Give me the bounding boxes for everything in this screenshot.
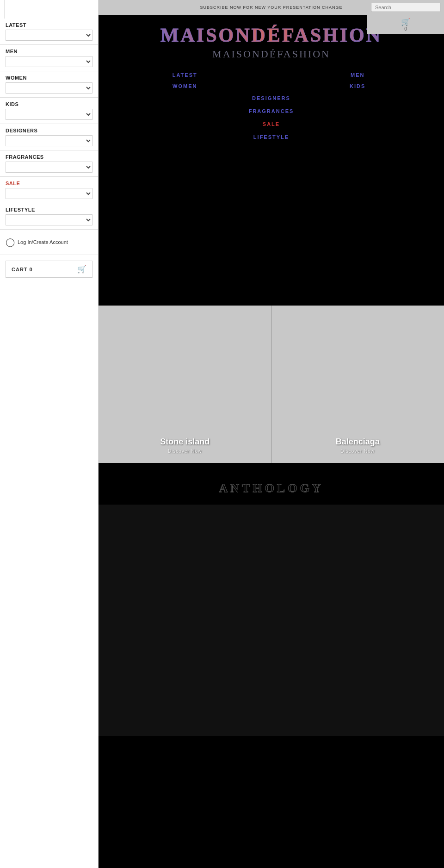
sidebar-select-men[interactable]: View All Tops Bottoms Outerwear Shoes Ac… <box>6 56 92 67</box>
sidebar-select-kids[interactable]: View All Boys Girls <box>6 109 92 120</box>
featured-brand-stone-island[interactable]: Stone island Discover Now <box>99 306 271 463</box>
sidebar: LATEST View All New In MEN View All Tops… <box>0 0 99 868</box>
sidebar-label-kids: KIDS <box>6 101 92 107</box>
sidebar-label-latest: LATEST <box>6 22 92 28</box>
nav-link-sale[interactable]: SALE <box>99 119 444 130</box>
hero-section <box>99 148 444 306</box>
cart-icon-small: 🛒 <box>77 265 86 274</box>
brand-title-sub: MAISONDÉFASHION <box>99 48 444 60</box>
sidebar-item-lifestyle: LIFESTYLE View All <box>0 203 98 230</box>
account-icon: ◯ <box>6 237 15 247</box>
sidebar-select-sale[interactable]: View All Men Women Kids <box>6 188 92 199</box>
sidebar-item-men: MEN View All Tops Bottoms Outerwear Shoe… <box>0 45 98 71</box>
account-label: Log In/Create Account <box>18 239 68 245</box>
marquee-text: SUBSCRIBE NOW FOR NEW YOUR PRESENTATION … <box>200 5 342 10</box>
sidebar-item-latest: LATEST View All New In <box>0 19 98 45</box>
sidebar-select-latest[interactable]: View All New In <box>6 30 92 41</box>
sidebar-label-men: MEN <box>6 49 92 54</box>
anthology-item-4[interactable] <box>99 620 214 736</box>
featured-brand-name-1: Stone island <box>160 437 210 447</box>
anthology-item-6[interactable] <box>329 620 444 736</box>
sidebar-item-fragrances: FRAGRANCES View All Men Women <box>0 150 98 177</box>
nav-link-latest[interactable]: LATEST <box>99 70 271 80</box>
main-content: SUBSCRIBE NOW FOR NEW YOUR PRESENTATION … <box>99 0 444 868</box>
sidebar-label-designers: DESIGNERS <box>6 128 92 133</box>
nav-link-lifestyle[interactable]: LIFESTYLE <box>99 131 444 143</box>
sidebar-label-women: WOMEN <box>6 75 92 81</box>
sidebar-top-line <box>5 0 5 19</box>
sidebar-select-fragrances[interactable]: View All Men Women <box>6 162 92 173</box>
anthology-item-3[interactable] <box>329 505 444 620</box>
sidebar-label-lifestyle: LIFESTYLE <box>6 207 92 212</box>
sidebar-select-women[interactable]: View All Tops Bottoms Dresses Shoes Acce… <box>6 82 92 94</box>
anthology-section: ANTHOLOGY <box>99 463 444 856</box>
sidebar-item-designers: DESIGNERS View All Balenciaga Stone Isla… <box>0 124 98 150</box>
nav-link-designers[interactable]: DESIGNERS <box>99 93 444 104</box>
sidebar-cart-label: CART 0 <box>12 267 33 272</box>
sidebar-label-fragrances: FRAGRANCES <box>6 154 92 160</box>
sidebar-item-women: WOMEN View All Tops Bottoms Dresses Shoe… <box>0 71 98 98</box>
featured-brand-balenciaga[interactable]: Balenciaga Discover Now <box>271 306 444 463</box>
featured-divider <box>271 306 272 463</box>
anthology-item-5[interactable] <box>214 620 329 736</box>
sidebar-label-sale: SALE <box>6 181 92 186</box>
top-right-controls: 🛒 0 <box>367 0 444 34</box>
featured-brand-cta-1[interactable]: Discover Now <box>168 449 202 454</box>
search-input[interactable] <box>371 3 440 12</box>
cart-icon-top: 🛒 <box>401 18 410 26</box>
featured-section: Stone island Discover Now Balenciaga Dis… <box>99 306 444 463</box>
sidebar-item-kids: KIDS View All Boys Girls <box>0 98 98 124</box>
cart-count: 0 <box>404 26 407 31</box>
featured-brand-name-2: Balenciaga <box>336 437 380 447</box>
search-container <box>367 0 444 15</box>
sidebar-select-lifestyle[interactable]: View All <box>6 214 92 225</box>
anthology-item-1[interactable] <box>99 505 214 620</box>
nav-link-men[interactable]: MEN <box>271 70 444 80</box>
nav-link-fragrances[interactable]: FRAGRANCES <box>99 106 444 117</box>
sidebar-account[interactable]: ◯ Log In/Create Account <box>0 230 98 255</box>
main-nav: LATEST MEN WOMEN KIDS DESIGNERS FRAGRANC… <box>99 65 444 148</box>
sidebar-cart-button[interactable]: CART 0 🛒 <box>6 261 92 278</box>
nav-link-kids[interactable]: KIDS <box>271 81 444 91</box>
top-header-bar: SUBSCRIBE NOW FOR NEW YOUR PRESENTATION … <box>99 0 444 15</box>
anthology-item-2[interactable] <box>214 505 329 620</box>
sidebar-item-sale: SALE View All Men Women Kids <box>0 177 98 203</box>
featured-brand-cta-2[interactable]: Discover Now <box>340 449 375 454</box>
anthology-grid <box>99 505 444 736</box>
nav-link-women[interactable]: WOMEN <box>99 81 271 91</box>
sidebar-select-designers[interactable]: View All Balenciaga Stone Island Off-Whi… <box>6 135 92 146</box>
cart-button-top[interactable]: 🛒 0 <box>367 15 444 34</box>
anthology-title: ANTHOLOGY <box>99 477 444 500</box>
